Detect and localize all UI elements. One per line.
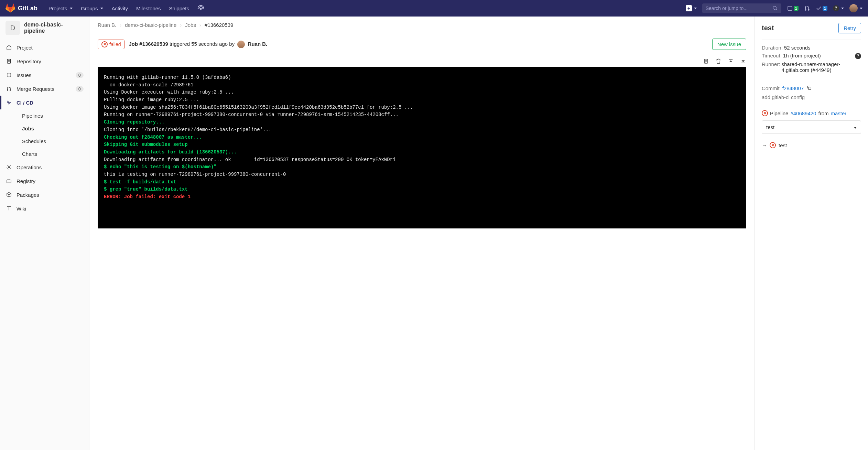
commit-sha-link[interactable]: f2848007 <box>782 85 804 91</box>
job-name-title: test <box>762 24 774 32</box>
scroll-bottom-icon[interactable] <box>740 58 746 64</box>
chevron-down-icon <box>853 124 857 130</box>
chevron-right-icon: › <box>180 22 182 28</box>
issues-icon <box>6 72 12 78</box>
sidebar-item-registry[interactable]: Registry <box>0 174 89 188</box>
timeout-help-icon[interactable]: ? <box>855 53 861 59</box>
global-search[interactable] <box>702 3 781 13</box>
svg-rect-10 <box>7 73 11 77</box>
commit-label: Commit <box>762 85 780 91</box>
breadcrumb-project[interactable]: demo-ci-basic-pipeline <box>125 22 176 28</box>
sidebar-sub-pipelines[interactable]: Pipelines <box>17 109 89 122</box>
todos-badge: 1 <box>823 6 827 11</box>
sidebar-item-merge-requests[interactable]: Merge Requests 0 <box>0 82 89 96</box>
search-icon <box>772 6 778 11</box>
duration-label: Duration: <box>762 45 783 51</box>
show-raw-icon[interactable] <box>703 58 709 64</box>
failed-icon <box>101 41 108 47</box>
plus-icon: + <box>686 5 692 11</box>
wiki-icon <box>6 205 12 212</box>
top-navbar: GitLab Projects Groups Activity Mileston… <box>0 0 868 17</box>
runner-label: Runner: <box>762 61 780 73</box>
log-line: Downloading artifacts for build (1366205… <box>104 149 740 156</box>
scroll-top-icon[interactable] <box>728 58 734 64</box>
nav-todos-icon[interactable]: 1 <box>816 5 827 11</box>
new-issue-button[interactable]: New issue <box>712 39 746 50</box>
pipeline-branch-link[interactable]: master <box>831 110 846 116</box>
job-sidebar: test Retry Duration: 52 seconds Timeout:… <box>755 17 868 450</box>
log-line: Cloning repository... <box>104 119 740 126</box>
svg-point-5 <box>805 9 806 10</box>
issues-count-badge: 0 <box>76 72 84 78</box>
nav-merge-requests-icon[interactable] <box>804 5 810 11</box>
operations-icon <box>6 164 12 171</box>
log-line: Pulling docker image ruby:2.5 ... <box>104 96 740 104</box>
svg-rect-21 <box>729 60 733 60</box>
svg-point-4 <box>805 6 806 7</box>
status-badge-failed: failed <box>98 40 124 49</box>
breadcrumb-job-id: #136620539 <box>205 22 233 28</box>
gitlab-logo[interactable]: GitLab <box>6 3 37 13</box>
svg-rect-24 <box>741 63 745 63</box>
log-line: on docker-auto-scale 72989761 <box>104 82 740 89</box>
search-input[interactable] <box>706 6 772 11</box>
sidebar-item-wiki[interactable]: Wiki <box>0 202 89 215</box>
pipeline-failed-icon <box>762 110 768 116</box>
user-menu[interactable] <box>849 4 862 12</box>
nav-snippets[interactable]: Snippets <box>169 5 189 12</box>
job-link-current[interactable]: → test <box>762 141 861 150</box>
copy-commit-icon[interactable] <box>806 85 812 92</box>
timeout-label: Timeout: <box>762 53 782 59</box>
erase-log-icon[interactable] <box>715 58 721 64</box>
log-line: $ test -f builds/data.txt <box>104 179 740 186</box>
job-link-label: test <box>779 142 787 148</box>
svg-rect-15 <box>7 180 11 183</box>
log-line: this is testing on runner-72989761-proje… <box>104 171 740 179</box>
mr-count-badge: 0 <box>76 86 84 92</box>
pipeline-id-link[interactable]: #40689420 <box>790 110 816 116</box>
log-line: $ echo "this is testing on $(hostname)" <box>104 163 740 171</box>
issues-badge: 1 <box>794 6 799 11</box>
log-line: Running with gitlab-runner 11.5.0 (3afda… <box>104 74 740 82</box>
nav-groups[interactable]: Groups <box>81 5 103 12</box>
nav-help-icon[interactable]: ? <box>833 5 844 11</box>
job-header: failed Job #136620539 triggered 55 secon… <box>98 33 746 55</box>
log-line: Using docker image sha256:7834f5f61ba80e… <box>104 104 740 111</box>
sidebar-item-issues[interactable]: Issues 0 <box>0 68 89 82</box>
svg-rect-25 <box>809 87 811 89</box>
svg-rect-3 <box>788 6 792 10</box>
breadcrumb-owner[interactable]: Ruan B. <box>98 22 116 28</box>
sidebar-item-operations[interactable]: Operations <box>0 160 89 174</box>
chevron-right-icon: › <box>120 22 121 28</box>
pipeline-from-text: from <box>818 110 828 116</box>
svg-marker-22 <box>729 60 732 62</box>
breadcrumb-section[interactable]: Jobs <box>185 22 196 28</box>
nav-projects[interactable]: Projects <box>48 5 73 12</box>
arrow-right-icon: → <box>762 142 767 148</box>
nav-performance-icon[interactable] <box>197 5 204 12</box>
sidebar-sub-schedules[interactable]: Schedules <box>17 135 89 148</box>
nav-activity[interactable]: Activity <box>111 5 128 12</box>
new-dropdown[interactable]: + <box>686 5 697 11</box>
sidebar-sub-jobs[interactable]: Jobs <box>17 122 89 135</box>
sidebar-item-project[interactable]: Project <box>0 41 89 54</box>
retry-button[interactable]: Retry <box>838 23 861 33</box>
sidebar-item-cicd[interactable]: CI / CD <box>0 96 89 109</box>
job-failed-icon <box>770 142 776 148</box>
stage-dropdown[interactable]: test <box>762 120 861 134</box>
breadcrumb: Ruan B. › demo-ci-basic-pipeline › Jobs … <box>98 22 746 33</box>
svg-point-14 <box>8 167 10 168</box>
home-icon <box>6 44 12 51</box>
triggerer-avatar-icon <box>237 41 245 48</box>
nav-milestones[interactable]: Milestones <box>136 5 161 12</box>
log-line: Downloading artifacts from coordinator..… <box>104 156 740 164</box>
sidebar-sub-charts[interactable]: Charts <box>17 148 89 160</box>
triggerer-name[interactable]: Ruan B. <box>248 41 268 46</box>
project-sidebar: D demo-ci-basic-pipeline Project Reposit… <box>0 17 89 450</box>
pipeline-label: Pipeline <box>770 110 788 116</box>
sidebar-item-packages[interactable]: Packages <box>0 188 89 202</box>
nav-issues-icon[interactable]: 1 <box>787 5 799 11</box>
sidebar-item-repository[interactable]: Repository <box>0 54 89 68</box>
project-header[interactable]: D demo-ci-basic-pipeline <box>0 17 89 39</box>
svg-point-11 <box>7 87 8 88</box>
